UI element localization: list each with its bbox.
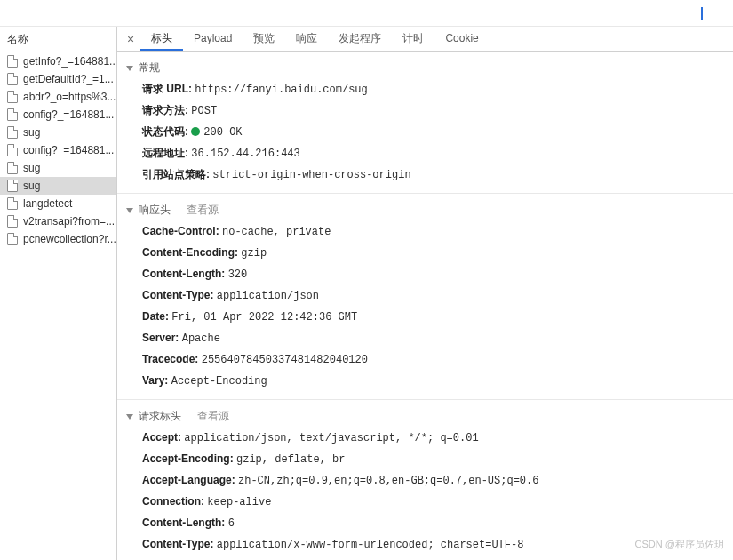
header-value: application/x-www-form-urlencoded; chars…	[217, 539, 524, 551]
request-item[interactable]: config?_=164881...	[0, 106, 116, 124]
header-row: Content-Encoding: gzip	[117, 243, 733, 264]
details-panel: × 标头Payload预览响应发起程序计时Cookie 常规 请求 URL: h…	[117, 27, 733, 560]
header-key: Content-Type:	[142, 289, 217, 301]
header-value: Accept-Encoding	[171, 375, 267, 388]
header-key: Accept-Encoding:	[142, 452, 236, 465]
request-item-label: config?_=164881...	[23, 144, 114, 156]
request-item[interactable]: getInfo?_=164881...	[0, 52, 116, 70]
header-key: Accept:	[142, 431, 184, 444]
section-general-head[interactable]: 常规	[117, 57, 733, 79]
file-icon	[7, 180, 18, 192]
request-list-header: 名称	[0, 27, 116, 52]
file-icon	[7, 215, 18, 228]
header-row: Tracecode: 25564078450337481482040120	[117, 349, 733, 371]
header-row: Content-Type: application/json	[117, 285, 733, 307]
chevron-down-icon	[126, 66, 133, 71]
request-item-label: sug	[23, 126, 40, 139]
request-item[interactable]: abdr?_o=https%3...	[0, 88, 116, 106]
header-row: 引用站点策略: strict-origin-when-cross-origin	[117, 164, 733, 186]
close-details-button[interactable]: ×	[121, 32, 140, 46]
header-value: 320	[228, 268, 248, 281]
request-item-label: pcnewcollection?r...	[23, 233, 116, 245]
tab-bar: × 标头Payload预览响应发起程序计时Cookie	[117, 27, 733, 52]
request-item[interactable]: getDefaultId?_=1...	[0, 70, 116, 88]
chevron-down-icon	[126, 414, 133, 420]
view-source-link[interactable]: 查看源	[197, 409, 229, 424]
header-key: Content-Type:	[142, 538, 217, 550]
request-item-label: config?_=164881...	[23, 108, 114, 121]
file-icon	[7, 91, 18, 103]
request-item[interactable]: config?_=164881...	[0, 141, 116, 159]
header-key: 远程地址:	[142, 147, 191, 159]
tab[interactable]: Cookie	[434, 27, 489, 51]
view-source-link[interactable]: 查看源	[187, 203, 219, 218]
tab[interactable]: 响应	[285, 27, 328, 51]
header-row: Connection: keep-alive	[117, 492, 733, 513]
header-value: Fri, 01 Apr 2022 12:42:36 GMT	[171, 311, 357, 324]
main-area: 名称 getInfo?_=164881...getDefaultId?_=1..…	[0, 27, 733, 560]
header-key: Content-Length:	[142, 516, 228, 529]
header-value: Apache	[182, 332, 220, 345]
header-value: https://fanyi.baidu.com/sug	[195, 84, 367, 96]
header-row: 请求 URL: https://fanyi.baidu.com/sug	[117, 79, 733, 100]
header-row: Vary: Accept-Encoding	[117, 371, 733, 392]
header-value: 200 OK	[203, 126, 242, 139]
section-general-title: 常规	[139, 60, 160, 76]
request-item-label: langdetect	[23, 197, 72, 210]
header-value: 36.152.44.216:443	[191, 148, 299, 160]
request-item[interactable]: sug	[0, 177, 116, 195]
tab[interactable]: 预览	[243, 27, 285, 51]
header-key: Accept-Language:	[142, 474, 238, 486]
header-value: gzip, deflate, br	[236, 453, 345, 466]
file-icon	[7, 162, 18, 174]
header-key: Content-Length:	[142, 268, 228, 280]
request-item-label: abdr?_o=https%3...	[23, 91, 116, 103]
header-row: Server: Apache	[117, 328, 733, 349]
header-value: 6	[228, 517, 235, 530]
header-row: Cache-Control: no-cache, private	[117, 221, 733, 243]
request-item[interactable]: sug	[0, 124, 116, 141]
section-request-title: 请求标头	[139, 409, 181, 424]
request-item[interactable]: v2transapi?from=...	[0, 212, 116, 230]
header-key: Vary:	[142, 374, 171, 387]
header-key: Tracecode:	[142, 353, 202, 365]
section-response-head[interactable]: 响应头 查看源	[117, 199, 733, 221]
file-icon	[7, 126, 18, 139]
header-value: 25564078450337481482040120	[202, 354, 368, 366]
header-row: 状态代码: 200 OK	[117, 122, 733, 143]
request-item-label: sug	[23, 180, 40, 192]
tab[interactable]: 发起程序	[328, 27, 392, 51]
chevron-down-icon	[126, 208, 133, 213]
file-icon	[7, 108, 18, 121]
header-value: zh-CN,zh;q=0.9,en;q=0.8,en-GB;q=0.7,en-U…	[238, 475, 538, 487]
request-item[interactable]: langdetect	[0, 195, 116, 212]
request-item-label: sug	[23, 162, 40, 174]
file-icon	[7, 233, 18, 245]
header-row: Date: Fri, 01 Apr 2022 12:42:36 GMT	[117, 307, 733, 328]
file-icon	[7, 73, 18, 85]
header-key: 引用站点策略:	[142, 168, 212, 180]
header-row: Content-Type: application/x-www-form-url…	[117, 534, 733, 556]
status-dot-icon	[191, 127, 200, 136]
tab[interactable]: Payload	[183, 27, 243, 51]
header-key: Cache-Control:	[142, 225, 222, 237]
header-value: no-cache, private	[222, 226, 331, 238]
section-request-head[interactable]: 请求标头 查看源	[117, 405, 733, 428]
request-item-label: v2transapi?from=...	[23, 215, 115, 228]
header-key: Connection:	[142, 495, 207, 508]
header-value: application/json, text/javascript, */*; …	[184, 432, 478, 444]
text-cursor	[701, 7, 703, 20]
request-item[interactable]: sug	[0, 159, 116, 177]
request-item[interactable]: pcnewcollection?r...	[0, 230, 116, 248]
header-row: Accept-Language: zh-CN,zh;q=0.9,en;q=0.8…	[117, 470, 733, 492]
section-response-headers: 响应头 查看源 Cache-Control: no-cache, private…	[117, 194, 733, 400]
header-row: Content-Length: 6	[117, 513, 733, 534]
header-key: 状态代码:	[142, 125, 191, 138]
header-key: Date:	[142, 310, 171, 323]
header-key: 请求方法:	[142, 104, 191, 116]
header-row: Cookie: BIDUPSID=387D86B3D33129818830DB4…	[117, 556, 733, 560]
tab[interactable]: 计时	[392, 27, 434, 51]
file-icon	[7, 197, 18, 210]
header-value: application/json	[217, 290, 319, 302]
tab[interactable]: 标头	[140, 27, 183, 51]
